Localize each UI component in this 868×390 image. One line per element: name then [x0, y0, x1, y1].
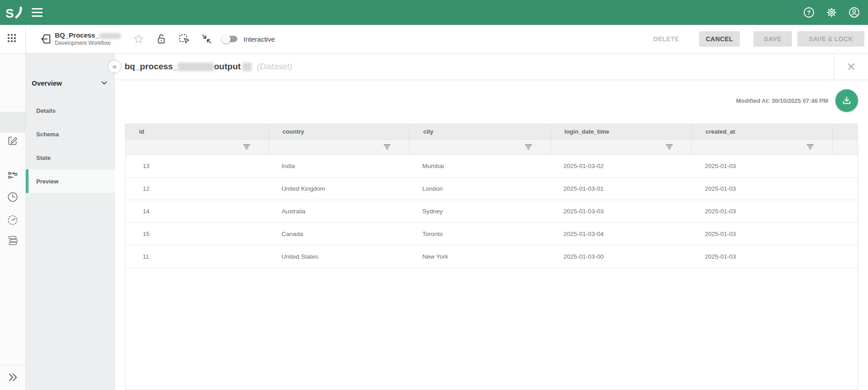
cell-id: 15	[125, 223, 269, 245]
select-region-icon[interactable]	[178, 33, 190, 45]
nav-item-schema[interactable]: Schema	[26, 122, 115, 146]
cell-country: United Kingdom	[269, 178, 410, 200]
redacted-text	[242, 63, 252, 71]
download-button[interactable]	[835, 89, 858, 112]
process-toolbar: BQ_Process_ Development Workflow	[0, 25, 868, 53]
filter-cell-id[interactable]	[125, 140, 269, 155]
lock-open-icon[interactable]	[155, 33, 167, 45]
gear-icon[interactable]	[825, 7, 837, 19]
filter-cell-login_date_time[interactable]	[551, 140, 692, 155]
stack-icon[interactable]	[6, 234, 19, 247]
column-header-created_at[interactable]: created_at	[692, 124, 833, 140]
app-bar: S ?	[0, 0, 868, 25]
cell-city: Sydney	[410, 200, 551, 222]
cell-created_at: 2025-01-03	[692, 200, 833, 222]
interactive-toggle[interactable]	[222, 34, 238, 43]
redacted-text	[99, 33, 121, 39]
column-header-country[interactable]: country	[269, 124, 410, 140]
favorite-star-icon[interactable]	[133, 33, 145, 45]
expand-panel-icon[interactable]	[6, 371, 19, 384]
table-row[interactable]: 13IndiaMumbai2025-01-03-022025-01-03	[125, 155, 858, 178]
cell-city: Toronto	[410, 223, 551, 245]
filter-icon	[525, 144, 532, 150]
dataset-titlebar: « bq_process_output (Dataset)	[115, 53, 868, 80]
table-row[interactable]: 14AustraliaSydney2025-01-03-032025-01-03	[125, 200, 858, 223]
save-and-lock-button[interactable]: SAVE & LOCK	[797, 31, 864, 47]
close-icon	[846, 62, 856, 72]
cell-spacer	[833, 178, 858, 200]
cell-city: New York	[410, 246, 551, 268]
download-icon	[841, 95, 852, 106]
dataset-title: bq_process_output	[125, 62, 252, 72]
filter-icon	[243, 144, 251, 150]
filter-cell-created_at[interactable]	[692, 140, 833, 155]
cell-login_date_time: 2025-01-03-04	[551, 223, 692, 245]
column-header-city[interactable]: city	[410, 124, 551, 140]
process-title-block: BQ_Process_ Development Workflow	[55, 31, 121, 47]
edit-note-icon[interactable]	[6, 134, 19, 147]
cell-spacer	[833, 200, 858, 222]
cell-created_at: 2025-01-03	[692, 155, 833, 177]
cell-id: 13	[125, 155, 269, 177]
cell-id: 12	[125, 178, 269, 200]
filter-icon	[665, 144, 673, 150]
collapse-icon[interactable]	[201, 33, 212, 45]
cell-login_date_time: 2025-01-03-03	[551, 200, 692, 222]
cell-created_at: 2025-01-03	[692, 246, 833, 268]
left-icon-rail	[0, 53, 26, 390]
save-button[interactable]: SAVE	[753, 31, 792, 47]
nav-item-details[interactable]: Details	[26, 99, 115, 122]
svg-text:S: S	[5, 6, 14, 20]
gauge-icon[interactable]	[6, 213, 19, 227]
nav-item-preview[interactable]: Preview	[26, 169, 115, 193]
app-logo[interactable]: S	[5, 4, 25, 22]
filter-cell-spacer	[833, 140, 858, 155]
table-row[interactable]: 15CanadaToronto2025-01-03-042025-01-03	[125, 223, 858, 246]
process-subtitle: Development Workflow	[55, 40, 121, 47]
filter-icon	[806, 144, 814, 150]
nav-section-label: Overview	[32, 79, 62, 87]
cell-city: Mumbai	[410, 155, 551, 177]
cell-country: India	[269, 155, 410, 177]
redacted-text	[178, 63, 214, 71]
cell-spacer	[833, 246, 858, 268]
cell-login_date_time: 2025-01-03-02	[551, 155, 692, 177]
clock-icon[interactable]	[6, 190, 19, 204]
table-header-row: idcountrycitylogin_date_timecreated_at	[125, 124, 858, 140]
table-row[interactable]: 12United KingdomLondon2025-01-03-012025-…	[125, 178, 858, 200]
cell-spacer	[833, 155, 858, 177]
cell-city: London	[410, 178, 551, 200]
process-title: BQ_Process_	[55, 31, 99, 39]
nav-section-overview[interactable]: Overview	[26, 75, 115, 91]
preview-table: idcountrycitylogin_date_timecreated_at 1…	[125, 124, 858, 390]
close-panel-button[interactable]	[834, 53, 868, 80]
collapse-panel-button[interactable]: «	[108, 60, 121, 73]
svg-text:?: ?	[807, 9, 810, 16]
cell-id: 11	[125, 246, 269, 268]
table-filter-row	[125, 140, 858, 155]
column-header-id[interactable]: id	[125, 124, 269, 140]
cell-created_at: 2025-01-03	[692, 223, 833, 245]
help-icon[interactable]: ?	[803, 7, 815, 19]
cell-country: Canada	[269, 223, 410, 245]
column-header-login_date_time[interactable]: login_date_time	[551, 124, 692, 140]
dataset-panel: « bq_process_output (Dataset) Modified A…	[115, 53, 868, 390]
delete-button[interactable]: DELETE	[647, 31, 685, 47]
table-row[interactable]: 11United StatesNew York2025-01-03-002025…	[125, 246, 858, 268]
modified-at-label: Modified At: 30/10/2025 07:46 PM	[736, 97, 828, 104]
cell-login_date_time: 2025-01-03-01	[551, 178, 692, 200]
app-grid-icon[interactable]	[0, 25, 26, 53]
modified-row: Modified At: 30/10/2025 07:46 PM	[115, 89, 868, 112]
cell-spacer	[833, 223, 858, 245]
cancel-button[interactable]: CANCEL	[699, 31, 740, 47]
chevron-down-icon	[101, 79, 108, 87]
workflow-icon[interactable]	[6, 169, 19, 182]
filter-cell-city[interactable]	[410, 140, 551, 155]
exit-to-canvas-icon[interactable]	[39, 33, 52, 45]
account-icon[interactable]	[848, 7, 860, 19]
hamburger-menu-icon[interactable]	[32, 6, 45, 19]
cell-country: Australia	[269, 200, 410, 222]
cell-id: 14	[125, 200, 269, 222]
nav-item-state[interactable]: State	[26, 146, 115, 169]
filter-cell-country[interactable]	[269, 140, 410, 155]
